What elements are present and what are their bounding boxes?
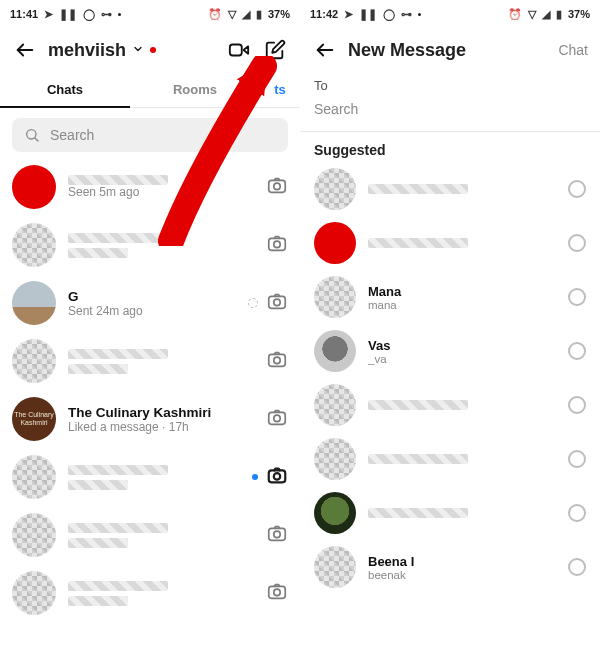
screen-dm-inbox: 11:41 ➤ ❚❚ ◯ ⊶ ⏰ ▽ ◢ ▮ 37% mehviish: [0, 0, 300, 648]
camera-button[interactable]: [266, 232, 288, 258]
chat-row[interactable]: Seen 5m ago: [0, 158, 300, 216]
select-radio[interactable]: [568, 396, 586, 414]
search-placeholder: Search: [50, 127, 94, 143]
more-dot-icon: [118, 13, 121, 16]
status-bar: 11:41 ➤ ❚❚ ◯ ⊶ ⏰ ▽ ◢ ▮ 37%: [0, 0, 300, 28]
chat-meta: [68, 523, 254, 548]
send-icon: ➤: [44, 9, 53, 20]
tab-rooms[interactable]: Rooms: [130, 72, 260, 107]
select-radio[interactable]: [568, 558, 586, 576]
camera-button[interactable]: [266, 290, 288, 316]
camera-button[interactable]: [266, 174, 288, 200]
chat-row[interactable]: [0, 216, 300, 274]
screen-new-message: 11:42 ➤ ❚❚ ◯ ⊶ ⏰ ▽ ◢ ▮ 37% New Message C…: [300, 0, 600, 648]
status-time: 11:42: [310, 8, 338, 20]
signal-icon: ◢: [242, 9, 250, 20]
recipient-search-input[interactable]: Search: [300, 95, 600, 131]
row-actions: [266, 232, 288, 258]
camera-button[interactable]: [266, 406, 288, 432]
contact-meta: Vas_va: [368, 338, 556, 365]
new-message-header: New Message Chat: [300, 28, 600, 72]
redacted-name: [68, 233, 168, 243]
username: mehviish: [48, 40, 126, 61]
status-bar: 11:42 ➤ ❚❚ ◯ ⊶ ⏰ ▽ ◢ ▮ 37%: [300, 0, 600, 28]
signal-icon: ◢: [542, 9, 550, 20]
more-dot-icon: [418, 13, 421, 16]
chat-row[interactable]: [0, 332, 300, 390]
new-message-button[interactable]: [262, 37, 288, 63]
avatar: [12, 455, 56, 499]
battery-icon: ▮: [556, 9, 562, 20]
contact-name: Mana: [368, 284, 556, 299]
chat-row[interactable]: [0, 448, 300, 506]
camera-button[interactable]: [266, 348, 288, 374]
suggested-row[interactable]: [300, 162, 600, 216]
to-label: To: [300, 72, 600, 95]
chat-action-button[interactable]: Chat: [558, 42, 588, 58]
svg-rect-19: [269, 586, 286, 598]
svg-rect-7: [269, 238, 286, 250]
suggested-row[interactable]: [300, 432, 600, 486]
arrow-left-icon: [14, 39, 36, 61]
contact-handle: _va: [368, 353, 556, 365]
video-call-button[interactable]: [226, 37, 252, 63]
svg-marker-2: [244, 46, 249, 53]
avatar: [314, 546, 356, 588]
svg-point-12: [274, 357, 280, 363]
select-radio[interactable]: [568, 288, 586, 306]
avatar: [314, 222, 356, 264]
suggested-row[interactable]: Vas_va: [300, 324, 600, 378]
suggested-row[interactable]: Beena Ibeenak: [300, 540, 600, 594]
contact-handle: beenak: [368, 569, 556, 581]
select-radio[interactable]: [568, 234, 586, 252]
suggested-row[interactable]: Manamana: [300, 270, 600, 324]
back-button[interactable]: [312, 37, 338, 63]
avatar: [12, 571, 56, 615]
camera-button[interactable]: [266, 580, 288, 606]
battery-pct: 37%: [268, 8, 290, 20]
tab-chats[interactable]: Chats: [0, 72, 130, 107]
svg-rect-9: [269, 296, 286, 308]
row-actions: [248, 290, 288, 316]
chat-meta: [68, 465, 240, 490]
select-radio[interactable]: [568, 450, 586, 468]
redacted-name: [368, 400, 468, 410]
search-input[interactable]: Search: [12, 118, 288, 152]
chat-list[interactable]: Seen 5m agoGSent 24m agoThe Culinary Kas…: [0, 158, 300, 648]
avatar: [12, 165, 56, 209]
camera-button[interactable]: [266, 464, 288, 490]
suggested-list[interactable]: ManamanaVas_vaBeena Ibeenak: [300, 162, 600, 648]
row-actions: [252, 464, 288, 490]
redacted-name: [368, 454, 468, 464]
svg-point-18: [274, 531, 280, 537]
avatar: [314, 168, 356, 210]
select-radio[interactable]: [568, 504, 586, 522]
suggested-row[interactable]: [300, 378, 600, 432]
account-switcher[interactable]: mehviish: [48, 40, 156, 61]
avatar: [12, 223, 56, 267]
camera-button[interactable]: [266, 522, 288, 548]
avatar: [314, 330, 356, 372]
chat-row[interactable]: GSent 24m ago: [0, 274, 300, 332]
chat-row[interactable]: [0, 506, 300, 564]
suggested-row[interactable]: [300, 216, 600, 270]
chat-subtitle: Sent 24m ago: [68, 304, 236, 318]
redacted-name: [368, 508, 468, 518]
back-button[interactable]: [12, 37, 38, 63]
suggested-row[interactable]: [300, 486, 600, 540]
circle-icon: ◯: [83, 9, 95, 20]
select-radio[interactable]: [568, 342, 586, 360]
chat-row[interactable]: The Culinary KashmiriThe Culinary Kashmi…: [0, 390, 300, 448]
avatar: [314, 492, 356, 534]
contact-name: Vas: [368, 338, 556, 353]
row-actions: [266, 348, 288, 374]
unread-dot-icon: [252, 474, 258, 480]
svg-line-4: [35, 138, 38, 141]
compose-icon: [264, 39, 286, 61]
tab-requests[interactable]: ts: [260, 72, 300, 107]
contact-meta: [368, 184, 556, 194]
select-radio[interactable]: [568, 180, 586, 198]
svg-point-20: [274, 589, 280, 595]
tab-rooms-label: Rooms: [173, 82, 217, 97]
chat-row[interactable]: [0, 564, 300, 622]
